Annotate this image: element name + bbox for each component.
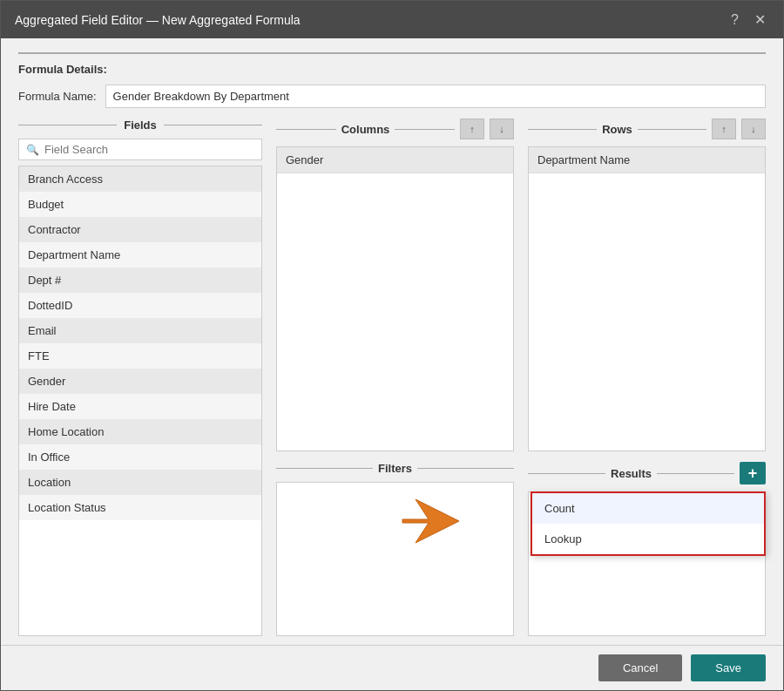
main-panels: Fields 🔍 Branch AccessBudgetContractorDe… [18,119,766,636]
dialog-window: Aggregated Field Editor — New Aggregated… [0,0,784,691]
filters-list [276,482,514,636]
formula-section: Formula Details: Formula Name: [18,52,766,108]
results-add-button[interactable]: + [740,462,766,484]
rows-down-button[interactable]: ↓ [741,119,766,139]
list-item[interactable]: Location [19,470,261,495]
formula-name-input[interactable] [105,85,766,108]
formula-section-title: Formula Details: [18,63,766,76]
rows-panel: Rows ↑ ↓ Department Name [528,119,766,451]
formula-name-label: Formula Name: [18,90,97,103]
list-item[interactable]: Hire Date [19,394,261,419]
fields-panel-header: Fields [18,119,262,132]
bottom-right-panels: Filters Results + [276,462,766,636]
list-item[interactable]: DottedID [19,293,261,318]
columns-item[interactable]: Gender [277,147,513,173]
fields-list: Branch AccessBudgetContractorDepartment … [18,166,262,636]
fields-header-line-right [164,125,262,125]
list-item[interactable]: Branch Access [19,166,261,192]
columns-label: Columns [341,123,390,136]
list-item[interactable]: Home Location [19,419,261,444]
results-label: Results [611,467,652,480]
results-dropdown: Count Lookup [531,491,766,556]
rows-item[interactable]: Department Name [529,147,765,173]
list-item[interactable]: Budget [19,192,261,217]
help-button[interactable]: ? [727,10,742,30]
save-button[interactable]: Save [691,654,766,681]
dropdown-item-lookup[interactable]: Lookup [532,524,764,554]
rows-line-right [638,129,706,130]
rows-list: Department Name [528,146,766,451]
columns-line-left [276,129,336,130]
list-item[interactable]: Email [19,318,261,343]
title-bar-controls: ? ✕ [727,10,769,30]
list-item[interactable]: In Office [19,444,261,470]
filters-label: Filters [378,462,412,475]
search-input[interactable] [44,143,254,156]
list-item[interactable]: Department Name [19,242,261,268]
dialog-footer: Cancel Save [1,645,783,690]
title-bar: Aggregated Field Editor — New Aggregated… [1,1,783,38]
svg-marker-0 [402,499,459,543]
list-item[interactable]: Contractor [19,217,261,242]
cancel-button[interactable]: Cancel [598,654,682,681]
dialog-body: Formula Details: Formula Name: Fields 🔍 [1,38,783,645]
columns-list: Gender [276,146,514,451]
results-header: Results + [528,462,766,484]
fields-header-line-left [18,125,117,125]
results-line-left [528,473,605,474]
results-panel: Results + Count Lookup [528,462,766,636]
top-right-panels: Columns ↑ ↓ Gender Rows [276,119,766,451]
rows-header: Rows ↑ ↓ [528,119,766,139]
dialog-title: Aggregated Field Editor — New Aggregated… [15,13,301,27]
columns-up-button[interactable]: ↑ [460,119,484,139]
fields-label: Fields [124,119,157,132]
columns-line-right [395,129,455,130]
fields-panel: Fields 🔍 Branch AccessBudgetContractorDe… [18,119,262,636]
filters-header: Filters [276,462,514,475]
formula-row: Formula Name: [18,85,766,108]
rows-line-left [528,129,597,130]
right-panels: Columns ↑ ↓ Gender Rows [262,119,766,636]
filters-line-right [417,468,514,469]
arrow-indicator [398,495,468,547]
rows-up-button[interactable]: ↑ [712,119,736,139]
columns-header: Columns ↑ ↓ [276,119,514,139]
list-item[interactable]: Dept # [19,268,261,293]
list-item[interactable]: Gender [19,369,261,394]
filters-panel: Filters [276,462,514,636]
filters-line-left [276,468,373,469]
search-box: 🔍 [18,139,262,160]
list-item[interactable]: Location Status [19,495,261,520]
list-item[interactable]: FTE [19,343,261,369]
results-line-right [657,473,734,474]
rows-label: Rows [602,123,632,136]
search-icon: 🔍 [26,144,39,156]
close-button[interactable]: ✕ [751,10,769,30]
columns-panel: Columns ↑ ↓ Gender [276,119,514,451]
dropdown-item-count[interactable]: Count [532,493,764,524]
columns-down-button[interactable]: ↓ [490,119,514,139]
